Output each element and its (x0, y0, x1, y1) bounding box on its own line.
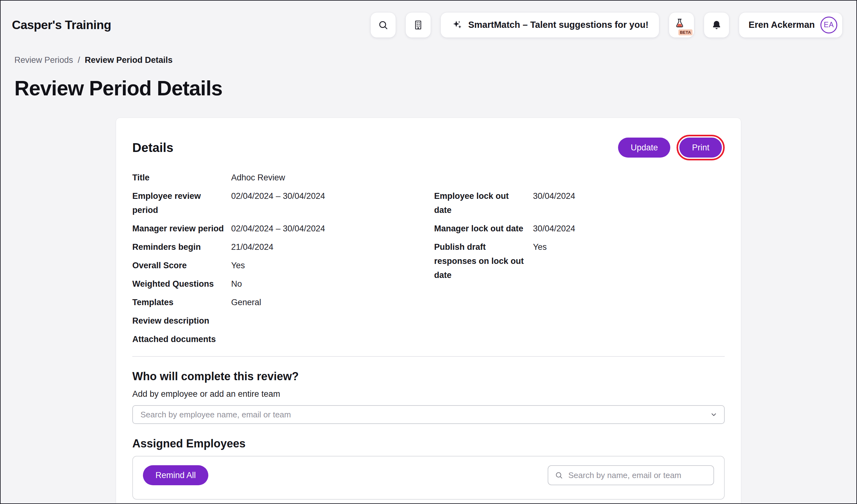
beta-badge: BETA (678, 29, 693, 35)
who-heading: Who will complete this review? (132, 370, 725, 383)
fields-right-column: Employee lock out date 30/04/2024 Manage… (434, 187, 725, 349)
field-value: 21/04/2024 (231, 240, 273, 254)
field-row-templates: Templates General (132, 293, 434, 312)
avatar: EA (820, 17, 837, 33)
breadcrumb: Review Periods / Review Period Details (14, 55, 856, 65)
breadcrumb-current: Review Period Details (85, 55, 173, 65)
field-value: 02/04/2024 – 30/04/2024 (231, 189, 325, 217)
print-button[interactable]: Print (679, 138, 722, 158)
field-row-weighted-questions: Weighted Questions No (132, 275, 434, 293)
details-actions: Update Print (618, 135, 725, 160)
field-row-reminders-begin: Reminders begin 21/04/2024 (132, 238, 434, 256)
field-label: Templates (132, 295, 231, 310)
field-label: Employee lock out date (434, 189, 533, 217)
user-name: Eren Ackerman (749, 20, 815, 30)
field-label: Reminders begin (132, 240, 231, 254)
field-value: 30/04/2024 (533, 189, 575, 217)
field-row-title: Title Adhoc Review (132, 169, 434, 187)
smartmatch-label: SmartMatch – Talent suggestions for you! (468, 20, 649, 30)
field-label: Manager review period (132, 222, 231, 236)
details-fields: Title Adhoc Review Employee review perio… (132, 169, 725, 349)
flask-icon (674, 18, 685, 29)
app-title: Casper's Training (12, 18, 111, 32)
field-value: Yes (533, 240, 547, 282)
search-icon (555, 471, 563, 480)
field-label: Manager lock out date (434, 222, 533, 236)
details-heading: Details (132, 141, 173, 155)
field-label: Review description (132, 314, 231, 328)
header-actions: SmartMatch – Talent suggestions for you!… (371, 13, 842, 37)
field-row-overall-score: Overall Score Yes (132, 256, 434, 275)
print-button-highlight: Print (676, 135, 725, 160)
assigned-employees-heading: Assigned Employees (132, 437, 725, 450)
bell-icon (711, 19, 722, 31)
user-menu-button[interactable]: Eren Ackerman EA (739, 13, 842, 37)
assigned-search-box[interactable] (548, 465, 714, 485)
breadcrumb-separator: / (78, 55, 80, 65)
card-header: Details Update Print (132, 135, 725, 160)
fields-left-column: Title Adhoc Review Employee review perio… (132, 169, 434, 349)
labs-beta-button[interactable]: BETA (669, 13, 694, 37)
field-value: Adhoc Review (231, 171, 285, 185)
sparkle-icon (451, 19, 463, 31)
field-value: Yes (231, 259, 245, 273)
field-label: Weighted Questions (132, 277, 231, 291)
field-label: Publish draft responses on lock out date (434, 240, 533, 282)
field-label: Employee review period (132, 189, 231, 217)
field-row-manager-review-period: Manager review period 02/04/2024 – 30/04… (132, 220, 434, 238)
employee-team-search-input[interactable] (133, 410, 724, 420)
top-bar: Casper's Training (1, 1, 856, 46)
details-card: Details Update Print Title Adhoc Review … (116, 118, 741, 504)
field-row-manager-lock-out: Manager lock out date 30/04/2024 (434, 220, 725, 238)
breadcrumb-review-periods[interactable]: Review Periods (14, 55, 73, 65)
field-value: 02/04/2024 – 30/04/2024 (231, 222, 325, 236)
field-row-review-description: Review description (132, 312, 434, 330)
field-row-employee-lock-out: Employee lock out date 30/04/2024 (434, 187, 725, 220)
field-label: Title (132, 171, 231, 185)
assigned-employees-panel: Remind All (132, 456, 725, 500)
field-label: Attached documents (132, 332, 231, 346)
field-value: General (231, 295, 261, 310)
page-title: Review Period Details (14, 76, 856, 100)
field-value: No (231, 277, 242, 291)
smartmatch-button[interactable]: SmartMatch – Talent suggestions for you! (441, 13, 659, 37)
field-row-attached-documents: Attached documents (132, 330, 434, 349)
chevron-down-icon (710, 406, 718, 423)
section-divider (132, 356, 725, 357)
assigned-search-input[interactable] (568, 470, 707, 481)
field-row-publish-draft: Publish draft responses on lock out date… (434, 238, 725, 284)
organisation-button[interactable] (406, 13, 431, 37)
notifications-button[interactable] (704, 13, 729, 37)
employee-team-search-select[interactable] (132, 405, 725, 424)
search-icon (377, 19, 389, 31)
field-value: 30/04/2024 (533, 222, 575, 236)
who-subtext: Add by employee or add an entire team (132, 389, 725, 399)
update-button[interactable]: Update (618, 138, 670, 158)
search-button[interactable] (371, 13, 396, 37)
remind-all-button[interactable]: Remind All (143, 465, 208, 485)
field-label: Overall Score (132, 259, 231, 273)
field-row-employee-review-period: Employee review period 02/04/2024 – 30/0… (132, 187, 434, 220)
building-icon (413, 19, 424, 31)
